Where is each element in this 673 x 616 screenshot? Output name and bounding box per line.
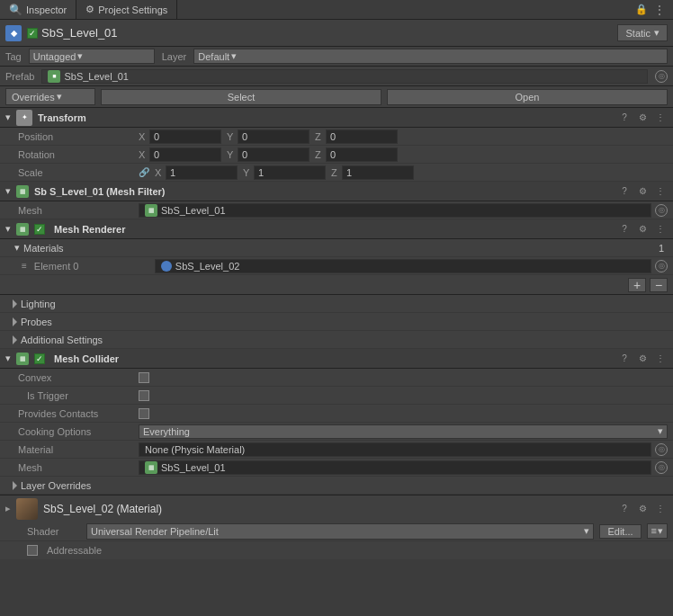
mesh-filter-mesh-label: Mesh <box>18 205 135 216</box>
lighting-row[interactable]: Lighting <box>0 295 673 313</box>
mesh-filter-target-icon[interactable]: ◎ <box>655 204 668 217</box>
materials-header-row[interactable]: ▾ Materials 1 <box>0 239 673 257</box>
object-header: ◆ ✓ SbS_Level_01 Static ▾ <box>0 20 673 47</box>
tab-project-settings[interactable]: ⚙ Project Settings <box>76 0 177 19</box>
cooking-options-dropdown[interactable]: Everything ▾ <box>139 424 668 439</box>
scale-x-field[interactable] <box>166 165 238 180</box>
open-button[interactable]: Open <box>387 89 668 105</box>
layer-dropdown[interactable]: Default ▾ <box>193 49 668 64</box>
provides-contacts-checkbox[interactable] <box>139 408 149 419</box>
select-button[interactable]: Select <box>101 89 381 105</box>
scale-z-field[interactable] <box>342 165 414 180</box>
collider-mesh-row: Mesh ▦ SbS_Level_01 ◎ <box>0 459 673 477</box>
mesh-renderer-more-icon[interactable]: ⋮ <box>653 222 668 237</box>
rot-y-field[interactable] <box>238 147 310 162</box>
shader-dropdown[interactable]: Universal Render Pipeline/Lit ▾ <box>86 523 594 540</box>
element-0-value: SbS_Level_02 <box>155 259 651 273</box>
additional-settings-row[interactable]: Additional Settings <box>0 331 673 349</box>
transform-more-icon[interactable]: ⋮ <box>653 111 668 125</box>
mesh-renderer-title: Mesh Renderer <box>54 224 612 235</box>
element-0-label: Element 0 <box>34 261 151 272</box>
additional-settings-label: Additional Settings <box>21 335 103 345</box>
transform-section-header[interactable]: ▾ ✦ Transform ? ⚙ ⋮ <box>0 108 673 128</box>
transform-help-icon[interactable]: ? <box>617 111 632 125</box>
add-element-button[interactable]: + <box>628 278 646 292</box>
edit-shader-button[interactable]: Edit... <box>599 524 641 539</box>
position-xyz: X Y Z <box>139 129 668 144</box>
shader-extra-button[interactable]: ≡ ▾ <box>647 523 668 539</box>
pos-y-field[interactable] <box>238 129 310 144</box>
mesh-filter-section-icons: ? ⚙ ⋮ <box>617 184 668 199</box>
material-settings-icon[interactable]: ⚙ <box>635 502 650 516</box>
mesh-renderer-settings-icon[interactable]: ⚙ <box>635 222 650 237</box>
collider-mesh-target-icon[interactable]: ◎ <box>655 461 668 474</box>
element-0-target-icon[interactable]: ◎ <box>655 260 668 272</box>
tab-inspector[interactable]: 🔍 Inspector <box>0 0 76 19</box>
element-0-row: ≡ Element 0 SbS_Level_02 ◎ <box>0 257 673 275</box>
prefab-icon: ■ <box>48 70 60 83</box>
mesh-filter-section-header[interactable]: ▾ ▦ Sb S_Level_01 (Mesh Filter) ? ⚙ ⋮ <box>0 182 673 201</box>
scale-link-icon[interactable]: 🔗 <box>139 167 149 177</box>
lighting-collapse-icon <box>13 299 17 308</box>
is-trigger-checkbox[interactable] <box>139 390 149 401</box>
lighting-label: Lighting <box>21 299 56 309</box>
material-footer-collapse-icon[interactable]: ▸ <box>5 503 11 514</box>
lock-icon[interactable]: 🔒 <box>635 4 648 15</box>
material-more-icon[interactable]: ⋮ <box>653 502 668 516</box>
static-button[interactable]: Static ▾ <box>617 24 668 41</box>
scale-y-field[interactable] <box>254 165 326 180</box>
prefab-target-icon[interactable]: ◎ <box>655 70 668 83</box>
add-remove-row: + − <box>0 275 673 295</box>
collider-material-target-icon[interactable]: ◎ <box>655 443 668 456</box>
mesh-collider-help-icon[interactable]: ? <box>617 352 632 366</box>
probes-label: Probes <box>21 317 52 327</box>
transform-title: Transform <box>38 112 612 123</box>
rot-z-field[interactable] <box>326 147 398 162</box>
remove-element-button[interactable]: − <box>650 278 668 292</box>
cooking-options-chevron-icon: ▾ <box>658 425 663 437</box>
provides-contacts-label: Provides Contacts <box>18 408 135 419</box>
scale-label: Scale <box>18 167 135 178</box>
collider-material-row: Material None (Physic Material) ◎ <box>0 441 673 459</box>
mesh-collider-enabled-checkbox[interactable]: ✓ <box>34 353 45 364</box>
mesh-filter-settings-icon[interactable]: ⚙ <box>635 184 650 199</box>
object-enabled-checkbox[interactable]: ✓ <box>27 28 38 39</box>
is-trigger-row: Is Trigger <box>0 387 673 405</box>
overrides-dropdown[interactable]: Overrides ▾ <box>5 88 95 105</box>
pos-z-field[interactable] <box>326 129 398 144</box>
mesh-renderer-enabled-checkbox[interactable]: ✓ <box>34 224 45 235</box>
more-icon[interactable]: ⋮ <box>653 3 666 17</box>
tab-bar: 🔍 Inspector ⚙ Project Settings 🔒 ⋮ <box>0 0 673 20</box>
mesh-renderer-help-icon[interactable]: ? <box>617 222 632 237</box>
tag-layer-row: Tag Untagged ▾ Layer Default ▾ <box>0 47 673 67</box>
convex-row: Convex <box>0 369 673 387</box>
tag-dropdown[interactable]: Untagged ▾ <box>29 49 155 64</box>
pos-x-field[interactable] <box>149 129 221 144</box>
convex-checkbox[interactable] <box>139 372 149 383</box>
pos-z-label: Z <box>315 131 324 142</box>
probes-row[interactable]: Probes <box>0 313 673 331</box>
transform-settings-icon[interactable]: ⚙ <box>635 111 650 125</box>
material-help-icon[interactable]: ? <box>617 502 632 516</box>
mesh-collider-section-header[interactable]: ▾ ▦ ✓ Mesh Collider ? ⚙ ⋮ <box>0 349 673 369</box>
mesh-renderer-section-header[interactable]: ▾ ▦ ✓ Mesh Renderer ? ⚙ ⋮ <box>0 219 673 239</box>
rot-x-field[interactable] <box>149 147 221 162</box>
materials-collapse-icon: ▾ <box>14 242 20 254</box>
mesh-filter-title: Sb S_Level_01 (Mesh Filter) <box>34 186 612 197</box>
collider-mesh-value: ▦ SbS_Level_01 <box>139 460 651 475</box>
layer-overrides-row[interactable]: Layer Overrides <box>0 477 673 495</box>
addressable-checkbox[interactable] <box>27 545 38 556</box>
shader-extra-chevron-icon: ▾ <box>658 525 663 537</box>
mesh-collider-more-icon[interactable]: ⋮ <box>653 352 668 366</box>
pos-x-label: X <box>139 131 148 142</box>
shader-chevron-icon: ▾ <box>584 525 589 537</box>
addressable-label: Addressable <box>47 545 102 556</box>
tag-label: Tag <box>5 51 22 62</box>
mesh-collider-section-icons: ? ⚙ ⋮ <box>617 352 668 366</box>
mesh-filter-more-icon[interactable]: ⋮ <box>653 184 668 199</box>
position-row: Position X Y Z <box>0 128 673 146</box>
mesh-filter-help-icon[interactable]: ? <box>617 184 632 199</box>
mesh-filter-icon: ▦ <box>16 185 29 198</box>
inspector-tab-label: Inspector <box>26 4 67 15</box>
mesh-collider-settings-icon[interactable]: ⚙ <box>635 352 650 366</box>
